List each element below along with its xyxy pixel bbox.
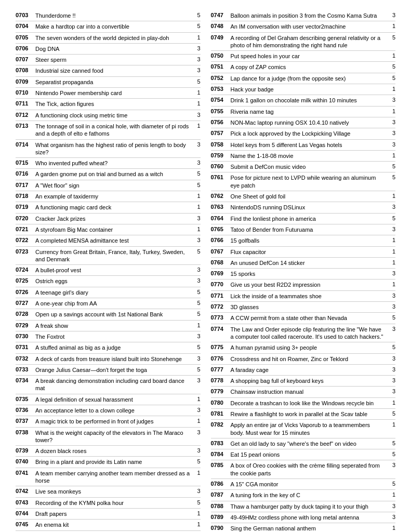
- row-score: 1: [193, 89, 201, 96]
- row-score: 3: [193, 407, 201, 413]
- row-score: 3: [193, 159, 201, 166]
- table-row: 0716A garden gnome put on trial and burn…: [16, 169, 201, 180]
- table-row: 0707Steer sperm3: [16, 55, 201, 65]
- row-number: 0784: [211, 451, 231, 457]
- row-number: 0726: [16, 289, 35, 295]
- row-number: 0761: [211, 174, 231, 180]
- row-description: Balloon animals in position 3 from the C…: [231, 12, 389, 19]
- row-number: 0783: [211, 440, 231, 446]
- row-number: 0789: [211, 514, 231, 520]
- row-number: 0729: [16, 322, 35, 328]
- row-number: 0732: [16, 355, 35, 362]
- row-description: NintendoDS running DSLinux: [231, 204, 389, 211]
- row-description: Separatist propaganda: [35, 78, 193, 86]
- table-row: 0755Riveria name tag1: [211, 107, 396, 117]
- row-number: 0721: [16, 226, 35, 232]
- row-description: What is the weight capacity of the eleva…: [35, 429, 193, 444]
- row-number: 0711: [16, 100, 35, 107]
- row-description: Draft papers: [35, 510, 193, 517]
- row-score: 1: [388, 259, 395, 265]
- row-number: 0723: [16, 248, 35, 255]
- left-column: 0703Thunderdome !!50704Make a hardtop ca…: [16, 10, 201, 532]
- row-description: Thunderdome !!: [35, 12, 193, 19]
- table-row: 0734A break dancing demonstration includ…: [16, 376, 201, 394]
- row-number: 0725: [16, 277, 35, 284]
- row-description: The Law and Order episode clip featuring…: [231, 326, 389, 341]
- row-score: 1: [388, 237, 395, 243]
- row-number: 0786: [211, 481, 231, 487]
- row-score: 3: [193, 377, 201, 383]
- table-row: 0747Balloon animals in position 3 from t…: [211, 10, 396, 21]
- row-score: 5: [388, 314, 395, 321]
- table-row: 0788Thaw a hamburger patty by duck tapin…: [211, 501, 396, 512]
- row-description: The seven wonders of the world depicted …: [35, 34, 193, 42]
- table-row: 0705The seven wonders of the world depic…: [16, 33, 201, 44]
- row-description: An enema kit: [35, 521, 193, 528]
- page-container: 0703Thunderdome !!50704Make a hardtop ca…: [16, 10, 395, 532]
- row-description: A deck of cards from treasure island bui…: [35, 355, 193, 363]
- row-score: 3: [388, 141, 395, 148]
- row-description: A completed MENSA admittance test: [35, 237, 193, 244]
- row-score: 5: [388, 174, 395, 180]
- table-row: 0779Chainsaw instruction manual3: [211, 387, 396, 397]
- row-description: Riveria name tag: [231, 108, 389, 115]
- row-number: 0765: [211, 226, 231, 232]
- table-row: 0708Industrial size canned food3: [16, 65, 201, 76]
- row-description: 15 golfballs: [231, 237, 389, 244]
- row-number: 0749: [211, 34, 231, 41]
- row-number: 0704: [16, 23, 35, 29]
- table-row: 0768An unused DefCon 14 sticker1: [211, 258, 396, 269]
- row-number: 0718: [16, 193, 35, 199]
- row-number: 0774: [211, 326, 231, 332]
- table-row: 0778A shopping bag full of keyboard keys…: [211, 376, 396, 387]
- row-number: 0727: [16, 300, 35, 306]
- row-number: 0762: [211, 193, 231, 199]
- table-row: 0722A completed MENSA admittance test3: [16, 235, 201, 246]
- table-row: 0712A functioning clock using metric tim…: [16, 110, 201, 121]
- row-score: 3: [193, 67, 201, 73]
- row-score: 3: [388, 270, 395, 276]
- row-description: The Foxtrot: [35, 333, 193, 340]
- table-row: 0754Drink 1 gallon on chocolate milk wit…: [211, 95, 396, 106]
- row-score: 5: [193, 182, 201, 188]
- table-row: 0709Separatist propaganda5: [16, 77, 201, 88]
- row-description: Put speed holes in your car: [231, 52, 389, 60]
- table-row: 0738What is the weight capacity of the e…: [16, 428, 201, 446]
- row-description: A 15" CGA monitor: [231, 481, 389, 488]
- row-score: 1: [388, 525, 395, 531]
- row-description: 15 sporks: [231, 270, 389, 277]
- table-row: 0735A legal definition of sexual harassm…: [16, 394, 201, 405]
- table-row: 0770Give us your best R2D2 impression1: [211, 280, 396, 290]
- table-row: 0719A functioning magic card deck1: [16, 202, 201, 213]
- row-score: 5: [388, 410, 395, 417]
- row-number: 0751: [211, 63, 231, 70]
- row-number: 0734: [16, 377, 35, 383]
- row-number: 0717: [16, 182, 35, 188]
- row-number: 0741: [16, 470, 35, 476]
- row-number: 0790: [211, 525, 231, 531]
- row-score: 1: [193, 470, 201, 476]
- table-row: 076615 golfballs1: [211, 235, 396, 246]
- row-number: 0745: [16, 521, 35, 527]
- table-row: 0774The Law and Order episode clip featu…: [211, 324, 396, 343]
- row-description: What organism has the highest ratio of p…: [35, 141, 193, 156]
- row-score: 1: [388, 23, 395, 29]
- row-description: Decorate a trashcan to look like the Win…: [231, 400, 389, 407]
- row-description: Hotel keys from 5 different Las Vegas ho…: [231, 141, 389, 149]
- row-score: 3: [193, 277, 201, 284]
- row-number: 0728: [16, 311, 35, 317]
- row-description: Industrial size canned food: [35, 67, 193, 74]
- row-number: 0744: [16, 510, 35, 516]
- row-score: 3: [193, 215, 201, 221]
- row-description: A legal definition of sexual harassment: [35, 396, 193, 403]
- table-row: 0761Pose for picture next to LVPD while …: [211, 172, 396, 191]
- row-score: 3: [388, 303, 395, 310]
- row-description: Cracker Jack prizes: [35, 215, 193, 222]
- row-number: 0781: [211, 410, 231, 417]
- table-row: 0744Draft papers1: [16, 509, 201, 520]
- row-number: 0763: [211, 204, 231, 210]
- table-row: 0733Orange Julius Caesar—don't forget th…: [16, 365, 201, 376]
- table-row: 0731A stuffed animal as big as a judge5: [16, 342, 201, 353]
- row-number: 0779: [211, 388, 231, 394]
- table-row: 0743Recording of the KYMN polka hour5: [16, 498, 201, 509]
